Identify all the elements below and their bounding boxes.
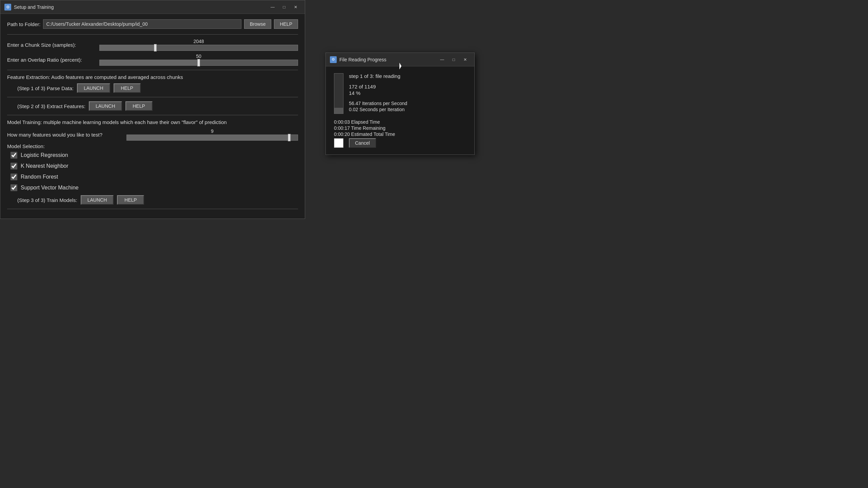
random-forest-label: Random Forest: [21, 174, 58, 180]
svm-row: Support Vector Machine: [7, 184, 298, 191]
chunk-size-label: Enter a Chunk Size (samples):: [7, 42, 95, 48]
progress-maximize-button[interactable]: □: [449, 56, 459, 63]
step1-launch-button[interactable]: LAUNCH: [77, 83, 110, 93]
minimize-button[interactable]: —: [268, 3, 278, 11]
features-slider-container: 9: [126, 128, 298, 141]
random-forest-row: Random Forest: [7, 174, 298, 180]
progress-seconds: 0.02 Seconds per Iteration: [349, 107, 466, 112]
logistic-regression-checkbox[interactable]: [11, 152, 17, 159]
progress-bar-area: step 1 of 3: file reading 172 of 1149 14…: [334, 73, 466, 114]
progress-window-icon: ⚙: [330, 56, 337, 63]
main-window-icon: ⚙: [4, 4, 11, 11]
overlap-ratio-thumb[interactable]: [197, 59, 200, 66]
features-value: 9: [126, 128, 298, 134]
main-window: ⚙ Setup and Training — □ ✕ Path to Folde…: [0, 0, 305, 219]
progress-iterations: 56.47 Iterations per Second: [349, 101, 466, 106]
chunk-size-slider-container: 2048: [99, 39, 298, 51]
close-button[interactable]: ✕: [291, 3, 301, 11]
features-row: How many features would you like to test…: [7, 128, 298, 141]
progress-close-button[interactable]: ✕: [460, 56, 470, 63]
chunk-size-section: Enter a Chunk Size (samples): 2048: [7, 39, 298, 51]
progress-time-section: 0:00:03 Elapsed Time 0:00:17 Time Remain…: [334, 119, 466, 137]
main-window-title: Setup and Training: [14, 4, 268, 10]
chunk-size-thumb[interactable]: [154, 44, 157, 52]
progress-content: step 1 of 3: file reading 172 of 1149 14…: [326, 66, 474, 155]
chunk-size-fill: [100, 45, 155, 50]
step1-label: (Step 1 of 3) Parse Data:: [17, 85, 74, 91]
progress-bar-vertical: [334, 73, 343, 114]
feature-extraction-description: Feature Extraction: Audio features are c…: [7, 74, 298, 80]
step1-help-button[interactable]: HELP: [114, 83, 141, 93]
features-fill: [127, 135, 289, 140]
progress-count: 172 of 1149: [349, 84, 466, 89]
logistic-regression-label: Logistic Regression: [21, 152, 68, 158]
separator-4: [7, 115, 298, 115]
progress-white-box: [334, 138, 343, 148]
path-label: Path to Folder:: [7, 21, 40, 27]
separator-bottom: [7, 209, 298, 209]
progress-info: step 1 of 3: file reading 172 of 1149 14…: [349, 73, 466, 114]
overlap-ratio-slider-container: 50: [99, 54, 298, 66]
svm-label: Support Vector Machine: [21, 185, 79, 191]
path-row: Path to Folder: Browse HELP: [7, 19, 298, 29]
overlap-ratio-fill: [100, 60, 199, 65]
step2-help-button[interactable]: HELP: [125, 101, 153, 111]
progress-dialog-title: File Reading Progress: [339, 57, 437, 62]
step3-row: (Step 3 of 3) Train Models: LAUNCH HELP: [7, 195, 298, 205]
step2-row: (Step 2 of 3) Extract Features: LAUNCH H…: [7, 101, 298, 111]
knn-row: K Nearest Neighbor: [7, 163, 298, 169]
overlap-ratio-value: 50: [99, 54, 298, 59]
overlap-ratio-row: Enter an Overlap Ratio (percent): 50: [7, 54, 298, 66]
knn-label: K Nearest Neighbor: [21, 163, 68, 169]
separator-3: [7, 97, 298, 97]
knn-checkbox[interactable]: [11, 163, 17, 169]
model-training-description: Model Training: multiple machine learnin…: [7, 119, 298, 125]
progress-minimize-button[interactable]: —: [437, 56, 447, 63]
logistic-regression-row: Logistic Regression: [7, 152, 298, 159]
step2-label: (Step 2 of 3) Extract Features:: [17, 103, 85, 109]
features-label: How many features would you like to test…: [7, 132, 122, 138]
progress-percent: 14 %: [349, 90, 466, 96]
cancel-button[interactable]: Cancel: [349, 138, 376, 148]
progress-titlebar: ⚙ File Reading Progress — □ ✕: [326, 53, 474, 66]
step1-row: (Step 1 of 3) Parse Data: LAUNCH HELP: [7, 83, 298, 93]
chunk-size-slider[interactable]: [99, 45, 298, 51]
time-remaining: 0:00:17 Time Remaining: [334, 125, 466, 131]
elapsed-time: 0:00:03 Elapsed Time: [334, 119, 466, 125]
maximize-button[interactable]: □: [279, 3, 289, 11]
path-input[interactable]: [43, 19, 241, 29]
step2-launch-button[interactable]: LAUNCH: [89, 101, 122, 111]
overlap-ratio-label: Enter an Overlap Ratio (percent):: [7, 57, 95, 63]
chunk-size-value: 2048: [99, 39, 298, 44]
step3-launch-button[interactable]: LAUNCH: [81, 195, 114, 205]
svm-checkbox[interactable]: [11, 184, 17, 191]
overlap-ratio-section: Enter an Overlap Ratio (percent): 50: [7, 54, 298, 66]
estimated-total: 0:00:20 Estimated Total Time: [334, 131, 466, 137]
step3-label: (Step 3 of 3) Train Models:: [17, 197, 77, 203]
random-forest-checkbox[interactable]: [11, 174, 17, 180]
overlap-ratio-slider[interactable]: [99, 60, 298, 66]
main-titlebar: ⚙ Setup and Training — □ ✕: [0, 0, 305, 14]
main-window-content: Path to Folder: Browse HELP Enter a Chun…: [0, 14, 305, 219]
features-slider[interactable]: [126, 135, 298, 141]
model-selection-label: Model Selection:: [7, 143, 298, 149]
separator-1: [7, 34, 298, 35]
progress-cancel-area: Cancel: [334, 138, 466, 148]
separator-2: [7, 70, 298, 70]
main-window-controls: — □ ✕: [268, 3, 301, 11]
progress-window-controls: — □ ✕: [437, 56, 470, 63]
progress-dialog: ⚙ File Reading Progress — □ ✕ step 1 of …: [326, 53, 475, 155]
features-thumb[interactable]: [288, 134, 291, 141]
path-help-button[interactable]: HELP: [274, 19, 298, 29]
step3-help-button[interactable]: HELP: [117, 195, 144, 205]
progress-bar-fill: [334, 108, 343, 114]
progress-step-text: step 1 of 3: file reading: [349, 73, 466, 79]
chunk-size-row: Enter a Chunk Size (samples): 2048: [7, 39, 298, 51]
browse-button[interactable]: Browse: [244, 19, 272, 29]
